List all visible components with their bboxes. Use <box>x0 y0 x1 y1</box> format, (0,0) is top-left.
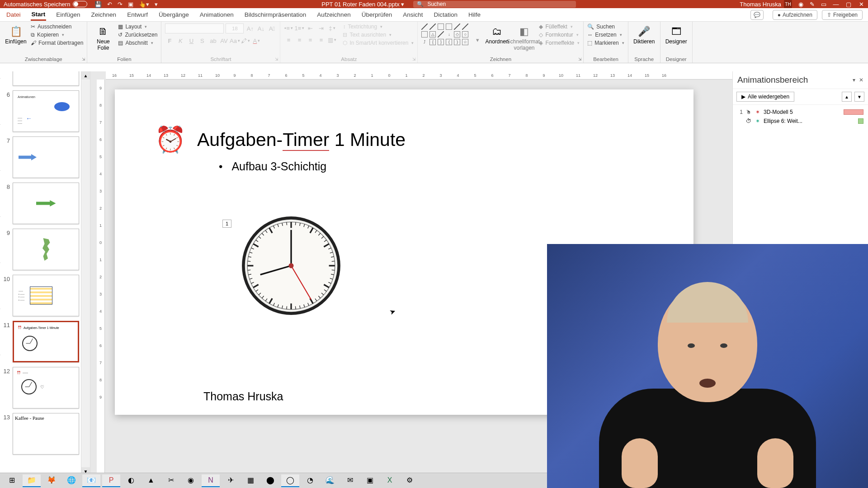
search-input[interactable]: 🔍 Suchen <box>413 1 576 8</box>
einfuegen-button[interactable]: 📋 Einfügen <box>4 23 28 45</box>
app-icon[interactable]: ◯ <box>281 474 299 487</box>
shapes-more-icon[interactable]: ▾ <box>473 36 482 45</box>
align-left-icon[interactable]: ≡ <box>284 35 293 44</box>
kopieren-button[interactable]: ⧉Kopieren <box>31 32 83 38</box>
animation-item-2[interactable]: ⏱ ✶ Ellipse 6: Weit... <box>736 117 864 126</box>
line-spacing-icon[interactable]: ‡ <box>327 23 336 33</box>
bold-icon[interactable]: F <box>165 36 174 45</box>
align-center-icon[interactable]: ≡ <box>295 35 304 44</box>
tab-aufzeichnen[interactable]: Aufzeichnen <box>316 9 351 20</box>
app-icon[interactable]: ◉ <box>182 474 200 487</box>
neue-folie-button[interactable]: 🗎 Neue Folie <box>91 23 115 52</box>
scroll-up-icon[interactable]: ▲ <box>81 71 90 80</box>
undo-icon[interactable]: ↶ <box>107 1 112 8</box>
app-icon[interactable]: ◔ <box>301 474 319 487</box>
tab-einfuegen[interactable]: Einfügen <box>55 9 81 20</box>
app-icon[interactable]: ◐ <box>122 474 140 487</box>
formkontur-button[interactable]: ◇Formkontur <box>539 32 580 38</box>
snipping-icon[interactable]: ✂ <box>162 474 180 487</box>
save-icon[interactable]: 💾 <box>94 1 102 8</box>
layout-button[interactable]: ▦Layout <box>118 23 157 30</box>
font-family-select[interactable] <box>165 23 224 33</box>
present-icon[interactable]: ▣ <box>128 1 133 8</box>
tab-hilfe[interactable]: Hilfe <box>467 9 481 20</box>
obs-icon[interactable]: ⬤ <box>261 474 279 487</box>
tab-ansicht[interactable]: Ansicht <box>402 9 424 20</box>
diktieren-button[interactable]: 🎤 Diktieren <box>632 23 656 45</box>
slide-thumb-7[interactable]: 7✦ <box>2 136 79 178</box>
app-icon[interactable]: ⚙ <box>401 474 419 487</box>
pen-icon[interactable]: ✎ <box>810 1 815 8</box>
user-account[interactable]: Thomas Hruska TH <box>740 0 792 8</box>
outlook-icon[interactable]: 📧 <box>82 474 100 487</box>
shadow-icon[interactable]: ab <box>208 36 217 45</box>
animation-item-1[interactable]: 1 🖱 ✶ 3D-Modell 5 <box>736 108 864 117</box>
powerpoint-icon[interactable]: P <box>102 474 120 487</box>
textrichtung-button[interactable]: ↕Textrichtung <box>343 23 414 30</box>
suchen-button[interactable]: 🔍Suchen <box>587 23 624 30</box>
align-right-icon[interactable]: ≡ <box>306 35 315 44</box>
comments-button[interactable]: 💬 <box>750 10 764 20</box>
toggle-switch-icon[interactable] <box>73 1 87 7</box>
text-ausrichten-button[interactable]: ⊟Text ausrichten <box>343 32 414 38</box>
tab-ueberpruefen[interactable]: Überprüfen <box>361 9 393 20</box>
move-down-button[interactable]: ▼ <box>854 92 864 102</box>
play-all-button[interactable]: ▶ Alle wiedergeben <box>736 92 794 102</box>
thumbnail-scrollbar[interactable]: ▲ ▼ <box>81 71 90 475</box>
tab-dictation[interactable]: Dictation <box>433 9 458 20</box>
start-menu-icon[interactable]: ⊞ <box>3 474 21 487</box>
dialog-launcher-icon[interactable]: ⇲ <box>412 57 416 61</box>
anordnen-button[interactable]: 🗂 Anordnen <box>485 23 509 45</box>
app-icon[interactable]: ▦ <box>241 474 259 487</box>
vlc-icon[interactable]: ▲ <box>142 474 160 487</box>
ribbon-mode-icon[interactable]: ▭ <box>821 1 826 8</box>
pane-close-icon[interactable]: ✕ <box>859 77 863 83</box>
number-list-icon[interactable]: 1≡ <box>295 23 304 33</box>
slide-thumb-5[interactable]: 5✦ —— ———— ———— —— <box>2 71 79 86</box>
slide-thumb-11[interactable]: 11✦ ⏰ Aufgaben-Timer 1 Minute <box>2 321 79 362</box>
font-size-select[interactable]: 18 <box>226 23 244 33</box>
dialog-launcher-icon[interactable]: ⇲ <box>578 57 582 61</box>
thumbnail-list[interactable]: 5✦ —— ———— ———— —— 6✦ Animationen ——————… <box>0 71 81 475</box>
italic-icon[interactable]: K <box>176 36 185 45</box>
tab-bildschirmpraesentation[interactable]: Bildschirmpräsentation <box>244 9 307 20</box>
telegram-icon[interactable]: ✈ <box>222 474 240 487</box>
underline-icon[interactable]: U <box>187 36 196 45</box>
grow-font-icon[interactable]: A↑ <box>245 24 255 33</box>
slide-thumb-10[interactable]: 10✦ ——• ——• ——• —— <box>2 275 79 316</box>
tab-animationen[interactable]: Animationen <box>199 9 235 20</box>
tab-datei[interactable]: Datei <box>5 9 22 20</box>
slide-thumb-12[interactable]: 12✦ ⏰ —— ♡ <box>2 367 79 408</box>
indent-icon[interactable]: ⇥ <box>316 23 326 33</box>
app-icon[interactable]: ▣ <box>361 474 379 487</box>
slide-thumb-9[interactable]: 9✦ <box>2 229 79 270</box>
bullet-1[interactable]: Aufbau 3-Schichtig <box>219 160 326 173</box>
font-color-icon[interactable]: A <box>252 36 261 45</box>
schnellformat-button[interactable]: ◧ Schnellformat- vorlagen <box>512 23 536 52</box>
zuruecksetzen-button[interactable]: ↺Zurücksetzen <box>118 32 157 38</box>
abschnitt-button[interactable]: ▤Abschnitt <box>118 40 157 46</box>
smartart-button[interactable]: ⬡In SmartArt konvertieren <box>343 40 414 46</box>
animation-order-badge[interactable]: 1 <box>222 220 231 228</box>
qat-more-icon[interactable]: ▾ <box>155 1 158 8</box>
onenote-icon[interactable]: N <box>202 474 220 487</box>
mail-icon[interactable]: ✉ <box>341 474 359 487</box>
author-text[interactable]: Thomas Hruska <box>203 390 283 403</box>
slide-thumb-13[interactable]: 13 Kaffee - Pause <box>2 413 79 455</box>
filename-label[interactable]: PPT 01 Roter Faden 004.pptx ▾ <box>321 1 404 8</box>
shrink-font-icon[interactable]: A↓ <box>256 24 265 33</box>
timeline-bar[interactable] <box>844 109 863 115</box>
slide-thumb-6[interactable]: 6✦ Animationen —————— ← <box>2 90 79 132</box>
maximize-icon[interactable]: ▢ <box>845 1 852 8</box>
clock-3d-model[interactable] <box>241 216 341 317</box>
close-icon[interactable]: ✕ <box>858 1 864 8</box>
minimize-icon[interactable]: — <box>833 1 839 8</box>
designer-button[interactable]: 🗔 Designer <box>664 23 689 45</box>
clear-format-icon[interactable]: A⃠ <box>267 24 276 33</box>
sync-icon[interactable]: ◉ <box>798 1 803 8</box>
format-uebertragen-button[interactable]: 🖌Format übertragen <box>31 40 83 46</box>
bullet-list-icon[interactable]: •≡ <box>284 23 293 33</box>
timeline-bar[interactable] <box>858 118 863 124</box>
ausschneiden-button[interactable]: ✂Ausschneiden <box>31 23 83 30</box>
dialog-launcher-icon[interactable]: ⇲ <box>82 57 85 61</box>
